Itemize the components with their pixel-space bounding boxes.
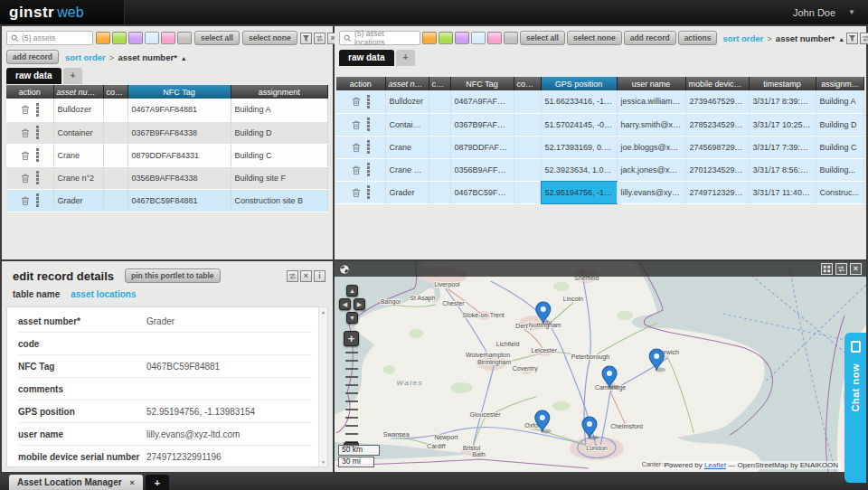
row-menu-icon[interactable] [367, 95, 370, 108]
swap-panels-icon[interactable] [860, 33, 868, 44]
filter-chip-orange[interactable] [422, 32, 437, 44]
actions-button[interactable]: actions [678, 31, 718, 45]
filter-chip-gray[interactable] [177, 32, 192, 44]
field-value[interactable]: 0467BC59F84881 [146, 362, 220, 372]
map-pan-down-button[interactable]: ▼ [346, 312, 358, 324]
add-record-button[interactable]: add record [6, 50, 59, 64]
leaflet-link[interactable]: Leaflet [704, 461, 726, 469]
table-row[interactable]: Bulldozer0467A9FAF8488151.66233416, -1.1… [336, 90, 864, 113]
table-row[interactable]: Crane n°20356B9AFF84338Building site F [6, 166, 328, 189]
add-workspace-tab[interactable]: + [146, 475, 169, 490]
filter-chip-green[interactable] [439, 32, 453, 44]
tab-add[interactable]: + [63, 68, 83, 84]
chevron-down-icon[interactable]: ▼ [848, 8, 855, 16]
row-menu-icon[interactable] [36, 171, 39, 184]
delete-record-icon[interactable] [352, 165, 361, 175]
delete-record-icon[interactable] [352, 96, 361, 107]
table-row[interactable]: Crane0879DDFAF84331Building C [6, 144, 328, 166]
grid-icon[interactable] [821, 263, 833, 275]
map-pan-right-button[interactable]: ▶ [354, 298, 365, 310]
row-menu-icon[interactable] [367, 163, 370, 176]
info-icon[interactable]: i [314, 270, 326, 282]
column-header[interactable]: code... [103, 85, 127, 99]
map-zoom-slider[interactable] [345, 352, 358, 442]
table-row[interactable]: Container0367B9FAF8433851.57024145, -0.2… [336, 113, 864, 136]
select-all-button[interactable]: select all [520, 31, 565, 45]
filter-chip-green[interactable] [112, 32, 127, 44]
select-none-button[interactable]: select none [242, 31, 297, 45]
delete-record-icon[interactable] [352, 142, 361, 153]
column-header[interactable]: timestamp [749, 77, 816, 90]
locations-search-input[interactable]: (5) asset locations [339, 31, 420, 45]
delete-record-icon[interactable] [21, 127, 30, 138]
swap-panels-icon[interactable] [314, 33, 326, 44]
column-header[interactable]: GPS position [541, 77, 617, 90]
row-menu-icon[interactable] [36, 126, 39, 139]
assets-search-input[interactable]: (5) assets [6, 31, 93, 45]
scroll-down-icon[interactable]: ▼ [321, 459, 326, 465]
form-scrollbar[interactable]: ▲ ▼ [318, 307, 327, 466]
filter-icon[interactable] [846, 33, 858, 44]
row-menu-icon[interactable] [367, 185, 370, 199]
user-menu[interactable]: John Doe ▼ [793, 7, 868, 18]
row-menu-icon[interactable] [36, 103, 39, 117]
column-header[interactable]: assignment [231, 85, 328, 99]
map-canvas[interactable]: SheffieldLiverpoolChesterBangorSt AsaphS… [335, 261, 866, 472]
select-all-button[interactable]: select all [194, 31, 240, 45]
field-value[interactable]: 274971232991196 [146, 452, 222, 462]
chat-now-tab[interactable]: Chat now [844, 333, 866, 483]
filter-chip-pale-blue[interactable] [471, 32, 486, 44]
column-header[interactable]: action [6, 85, 53, 99]
column-header[interactable]: NFC Tag [127, 85, 231, 99]
tab-add[interactable]: + [396, 50, 416, 66]
row-menu-icon[interactable] [36, 193, 39, 207]
add-record-button[interactable]: add record [624, 31, 676, 45]
filter-chip-gray[interactable] [504, 32, 518, 44]
filter-icon[interactable] [300, 33, 312, 44]
filter-chip-pink[interactable] [487, 32, 502, 44]
map-zoom-in-button[interactable]: + [344, 331, 359, 346]
tab-raw-data[interactable]: raw data [6, 68, 61, 84]
map-pan-left-button[interactable]: ◀ [339, 298, 351, 310]
delete-record-icon[interactable] [21, 150, 30, 161]
column-header[interactable]: asset num... [385, 77, 429, 90]
column-header[interactable]: user name [617, 77, 685, 90]
close-tab-icon[interactable]: × [130, 478, 135, 487]
column-header[interactable]: mobile device serial... [685, 77, 749, 90]
field-value[interactable]: 52.95194756, -1.13983154 [146, 407, 255, 417]
filter-chip-pale-blue[interactable] [145, 32, 159, 44]
table-row[interactable]: Grader0467BC59F8488152.95194756, -1.13..… [336, 181, 864, 203]
column-header[interactable]: action [336, 77, 385, 90]
tab-raw-data[interactable]: raw data [339, 50, 394, 66]
row-menu-icon[interactable] [367, 140, 370, 154]
workspace-tab[interactable]: Asset Location Manager × [9, 475, 143, 490]
column-header[interactable]: asset numb... [53, 85, 103, 99]
delete-record-icon[interactable] [21, 173, 30, 184]
delete-record-icon[interactable] [21, 104, 30, 115]
table-name-link[interactable]: asset locations [71, 289, 136, 299]
column-header[interactable]: assignm... [816, 77, 864, 90]
map-pan-up-button[interactable]: ▲ [346, 285, 358, 297]
delete-record-icon[interactable] [352, 187, 361, 198]
close-icon[interactable]: × [850, 263, 862, 275]
column-header[interactable]: comme... [514, 77, 541, 90]
table-row[interactable]: Crane0879DDFAF8433152.17393169, 0.126...… [336, 136, 864, 158]
sort-order-link[interactable]: sort order [722, 33, 763, 43]
field-value[interactable]: lilly.evans@xyz-ltd.com [146, 429, 240, 439]
delete-record-icon[interactable] [352, 119, 361, 130]
column-header[interactable]: code... [429, 77, 450, 90]
filter-chip-lilac[interactable] [128, 32, 143, 44]
table-row[interactable]: Bulldozer0467A9FAF84881Building A [6, 99, 328, 121]
field-value[interactable]: Grader [146, 316, 175, 326]
row-menu-icon[interactable] [36, 148, 39, 162]
table-row[interactable]: Crane n°20356B9AFF8433852.3923634, 1.038… [336, 158, 864, 181]
column-header[interactable]: NFC Tag [450, 77, 514, 90]
filter-chip-lilac[interactable] [455, 32, 469, 44]
table-row[interactable]: Container0367B9FAF84338Building D [6, 121, 328, 144]
filter-chip-orange[interactable] [96, 32, 110, 44]
scroll-up-icon[interactable]: ▲ [321, 309, 326, 315]
select-none-button[interactable]: select none [567, 31, 622, 45]
filter-chip-pink[interactable] [161, 32, 175, 44]
row-menu-icon[interactable] [367, 118, 370, 131]
swap-panels-icon[interactable] [287, 270, 298, 282]
